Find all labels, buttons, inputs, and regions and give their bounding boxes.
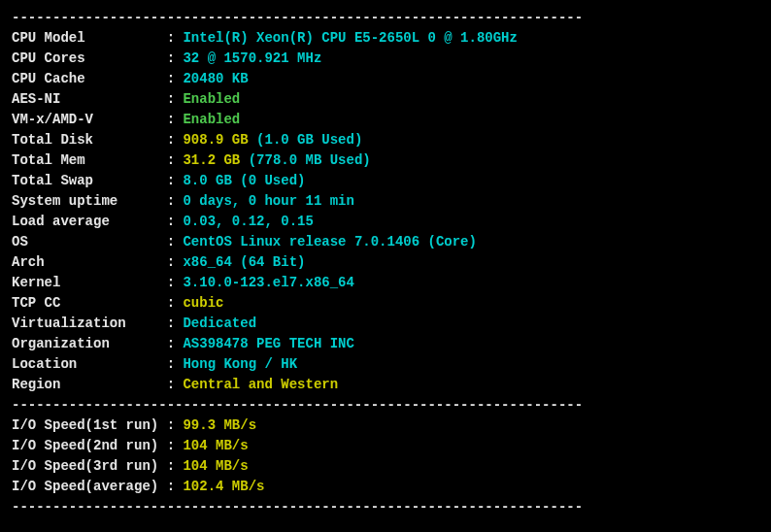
sysinfo-row: Kernel : 3.10.0-123.el7.x86_64 (12, 273, 759, 293)
colon: : (167, 417, 184, 433)
sysinfo-value: Enabled (183, 91, 240, 107)
colon: : (167, 193, 184, 209)
io-speed-block: I/O Speed(1st run) : 99.3 MB/sI/O Speed(… (12, 416, 759, 497)
iospeed-row: I/O Speed(1st run) : 99.3 MB/s (12, 416, 759, 436)
divider-top: ----------------------------------------… (12, 8, 759, 28)
sysinfo-label: Virtualization (12, 316, 167, 331)
colon: : (167, 71, 184, 86)
sysinfo-value: x86_64 (64 Bit) (183, 254, 305, 270)
colon: : (167, 173, 184, 188)
colon: : (167, 458, 184, 474)
sysinfo-label: System uptime (12, 193, 167, 209)
colon: : (167, 214, 184, 229)
iospeed-value: 99.3 MB/s (183, 417, 256, 433)
sysinfo-value2: (778.0 MB Used) (249, 152, 371, 168)
system-info-block: CPU Model : Intel(R) Xeon(R) CPU E5-2650… (12, 28, 759, 395)
sysinfo-value2: (1.0 GB Used) (256, 132, 362, 148)
sysinfo-label: TCP CC (12, 295, 167, 311)
sysinfo-label: Location (12, 356, 167, 372)
sysinfo-row: Total Swap : 8.0 GB (0 Used) (12, 171, 759, 191)
colon: : (167, 275, 184, 290)
iospeed-value: 102.4 MB/s (183, 479, 264, 494)
sysinfo-row: Organization : AS398478 PEG TECH INC (12, 334, 759, 354)
iospeed-label: I/O Speed(1st run) (12, 417, 167, 433)
sysinfo-label: OS (12, 234, 167, 249)
sysinfo-value: Intel(R) Xeon(R) CPU E5-2650L 0 @ 1.80GH… (183, 30, 517, 46)
sysinfo-value: Enabled (183, 112, 240, 127)
sysinfo-label: CPU Cores (12, 50, 167, 66)
colon: : (167, 50, 184, 66)
sysinfo-value: Hong Kong / HK (183, 356, 297, 372)
iospeed-label: I/O Speed(2nd run) (12, 438, 167, 453)
sysinfo-label: Region (12, 377, 167, 392)
sysinfo-row: CPU Cores : 32 @ 1570.921 MHz (12, 49, 759, 69)
sysinfo-row: Total Mem : 31.2 GB (778.0 MB Used) (12, 150, 759, 171)
sysinfo-row: CPU Model : Intel(R) Xeon(R) CPU E5-2650… (12, 28, 759, 49)
iospeed-value: 104 MB/s (183, 458, 248, 474)
sysinfo-row: Virtualization : Dedicated (12, 314, 759, 334)
colon: : (167, 234, 184, 249)
sysinfo-label: CPU Cache (12, 71, 167, 86)
sysinfo-value: Dedicated (183, 316, 256, 331)
sysinfo-value: Central and Western (183, 377, 338, 392)
sysinfo-label: VM-x/AMD-V (12, 112, 167, 127)
sysinfo-label: Load average (12, 214, 167, 229)
colon: : (167, 479, 184, 494)
iospeed-row: I/O Speed(average) : 102.4 MB/s (12, 477, 759, 497)
iospeed-label: I/O Speed(3rd run) (12, 458, 167, 474)
sysinfo-row: System uptime : 0 days, 0 hour 11 min (12, 191, 759, 212)
sysinfo-row: OS : CentOS Linux release 7.0.1406 (Core… (12, 232, 759, 252)
sysinfo-value: 31.2 GB (183, 152, 248, 168)
sysinfo-value2: (0 Used) (240, 173, 305, 188)
sysinfo-row: VM-x/AMD-V : Enabled (12, 110, 759, 130)
sysinfo-value: 908.9 GB (183, 132, 256, 148)
sysinfo-row: AES-NI : Enabled (12, 89, 759, 110)
sysinfo-label: CPU Model (12, 30, 167, 46)
sysinfo-row: Total Disk : 908.9 GB (1.0 GB Used) (12, 130, 759, 150)
sysinfo-row: TCP CC : cubic (12, 293, 759, 314)
colon: : (167, 295, 184, 311)
sysinfo-row: CPU Cache : 20480 KB (12, 69, 759, 89)
colon: : (167, 152, 184, 168)
sysinfo-label: AES-NI (12, 91, 167, 107)
divider-bottom: ----------------------------------------… (12, 497, 759, 517)
sysinfo-row: Arch : x86_64 (64 Bit) (12, 252, 759, 273)
sysinfo-value: 0 days, 0 hour 11 min (183, 193, 353, 209)
colon: : (167, 316, 184, 331)
colon: : (167, 438, 184, 453)
sysinfo-label: Total Disk (12, 132, 167, 148)
colon: : (167, 356, 184, 372)
colon: : (167, 132, 184, 148)
sysinfo-value: 20480 KB (183, 71, 248, 86)
sysinfo-label: Total Swap (12, 173, 167, 188)
colon: : (167, 112, 184, 127)
sysinfo-row: Load average : 0.03, 0.12, 0.15 (12, 212, 759, 232)
iospeed-label: I/O Speed(average) (12, 479, 167, 494)
iospeed-row: I/O Speed(2nd run) : 104 MB/s (12, 436, 759, 456)
sysinfo-row: Region : Central and Western (12, 375, 759, 395)
sysinfo-value: AS398478 PEG TECH INC (183, 336, 353, 351)
sysinfo-value: 3.10.0-123.el7.x86_64 (183, 275, 353, 290)
sysinfo-value: cubic (183, 295, 223, 311)
sysinfo-value: 8.0 GB (183, 173, 240, 188)
sysinfo-label: Arch (12, 254, 167, 270)
colon: : (167, 377, 184, 392)
colon: : (167, 336, 184, 351)
sysinfo-value: 32 @ 1570.921 MHz (183, 50, 321, 66)
sysinfo-label: Total Mem (12, 152, 167, 168)
colon: : (167, 30, 184, 46)
sysinfo-value: 0.03, 0.12, 0.15 (183, 214, 313, 229)
sysinfo-row: Location : Hong Kong / HK (12, 354, 759, 375)
colon: : (167, 91, 184, 107)
iospeed-row: I/O Speed(3rd run) : 104 MB/s (12, 456, 759, 477)
sysinfo-value: CentOS Linux release 7.0.1406 (Core) (183, 234, 476, 249)
sysinfo-label: Organization (12, 336, 167, 351)
divider-mid: ----------------------------------------… (12, 395, 759, 416)
sysinfo-label: Kernel (12, 275, 167, 290)
colon: : (167, 254, 184, 270)
iospeed-value: 104 MB/s (183, 438, 248, 453)
